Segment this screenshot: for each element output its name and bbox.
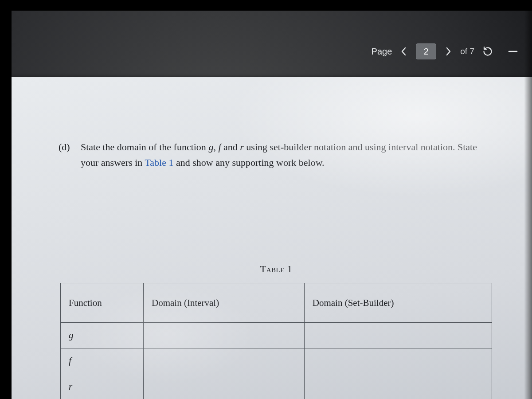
page-number-input[interactable]: 2	[416, 43, 436, 59]
question-label: (d)	[59, 139, 70, 155]
cell-interval	[144, 348, 305, 374]
document-page: (d) State the domain of the function g, …	[12, 77, 532, 399]
refresh-button[interactable]	[481, 45, 494, 58]
next-page-button[interactable]	[443, 47, 453, 56]
question-d: (d) State the domain of the function g, …	[60, 139, 490, 170]
q-and: and	[221, 141, 240, 153]
col-function: Function	[61, 283, 144, 323]
table-row: g	[61, 323, 492, 348]
table-caption-text: Table	[260, 263, 285, 274]
question-text: State the domain of the function g, f an…	[81, 139, 490, 170]
col-interval: Domain (Interval)	[144, 283, 305, 323]
col-setbuilder: Domain (Set-Builder)	[304, 283, 492, 323]
table-caption-num: 1	[285, 263, 293, 274]
cell-set	[304, 374, 492, 399]
table-row: f	[61, 348, 492, 374]
domain-table: Function Domain (Interval) Domain (Set-B…	[60, 283, 492, 399]
cell-fn: r	[61, 374, 144, 399]
cell-fn: f	[61, 348, 144, 374]
table-ref-link[interactable]: Table 1	[145, 157, 173, 168]
table-caption: Table 1	[60, 263, 492, 275]
page-label: Page	[372, 47, 392, 57]
q-text-1: State the domain of the function	[81, 141, 208, 153]
prev-page-button[interactable]	[399, 47, 409, 56]
fn-g: g	[208, 141, 213, 153]
cell-fn: g	[61, 323, 144, 348]
pdf-toolbar: Page 2 of 7	[372, 43, 519, 59]
table-row: r	[61, 374, 492, 399]
cell-set	[304, 323, 492, 348]
zoom-out-button[interactable]	[507, 46, 519, 57]
cell-set	[304, 348, 492, 374]
page-total-label: of 7	[460, 47, 474, 56]
fn-r: r	[240, 141, 244, 153]
q-sep1: ,	[213, 141, 218, 153]
q-text-3: and show any supporting work below.	[173, 157, 324, 168]
table-header-row: Function Domain (Interval) Domain (Set-B…	[61, 283, 492, 323]
cell-interval	[144, 374, 305, 399]
cell-interval	[144, 323, 305, 348]
screen-root: Page 2 of 7 (d) State the domain of the …	[0, 0, 532, 399]
